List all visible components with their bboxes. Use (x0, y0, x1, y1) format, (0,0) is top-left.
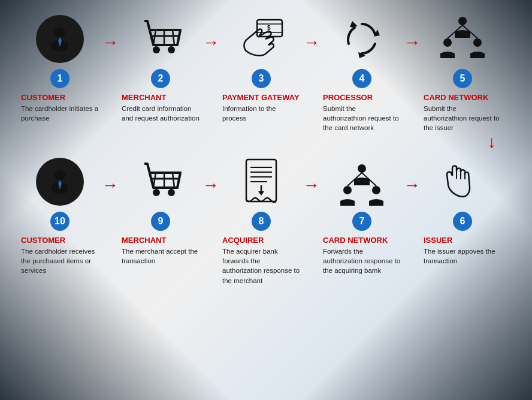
svg-line-39 (173, 173, 174, 188)
step-desc-1: The cardholder initiates a purchase (21, 104, 99, 123)
step-desc-6: The issuer appoves the transaction (424, 246, 501, 266)
icon-container-7 (332, 155, 392, 209)
person-dark-icon (36, 15, 84, 63)
step-2: 2 MERCHANT Credit card information and r… (119, 12, 202, 123)
receipt-icon (237, 157, 285, 207)
step-label-1: CUSTOMER The cardholder initiates a purc… (21, 93, 99, 123)
step-label-8: ACQUIRER The acquirer bank forwards the … (222, 236, 300, 285)
step-label-7: CARD NETWORK Forwards the authorization … (323, 236, 401, 275)
step-label-4: PROCESSOR Submit the authorizathion requ… (323, 93, 401, 133)
step-6: 6 ISSUER The issuer appoves the transact… (421, 155, 504, 266)
main-content: 1 CUSTOMER The cardholder initiates a pu… (0, 0, 532, 303)
step-number-1: 1 (50, 69, 69, 88)
step-desc-3: Information to the process (222, 104, 300, 123)
step-entity-2: MERCHANT (122, 93, 200, 102)
svg-point-41 (168, 189, 175, 196)
svg-point-40 (153, 189, 160, 196)
step-5: 5 CARD NETWORK Submit the authorizathion… (421, 12, 504, 133)
step-number-6: 6 (453, 212, 472, 231)
step-label-2: MERCHANT Credit card information and req… (122, 93, 200, 123)
step-entity-10: CUSTOMER (21, 236, 99, 245)
arrow-9-10: ← (102, 176, 119, 195)
icon-container-4 (332, 12, 392, 66)
arrow-4-5: → (404, 33, 421, 52)
step-9: 9 MERCHANT The merchant accept the trans… (119, 155, 202, 266)
svg-point-7 (153, 46, 160, 53)
step-4: 4 PROCESSOR Submit the authorizathion re… (320, 12, 404, 133)
step-desc-7: Forwards the authorization response to t… (323, 246, 401, 275)
step-7: 7 CARD NETWORK Forwards the authorizatio… (320, 155, 404, 275)
step-entity-6: ISSUER (424, 236, 501, 245)
step-number-8: 8 (252, 212, 271, 231)
step-10: 10 CUSTOMER The cardholder receives the … (18, 155, 102, 275)
svg-point-17 (443, 38, 452, 47)
arrow-down-5-6: ↓ (18, 133, 514, 152)
flow-row-1: 1 CUSTOMER The cardholder initiates a pu… (18, 12, 514, 133)
svg-point-42 (55, 170, 65, 181)
step-3: $ 3 PAYMENT GATEWAY Information to the p… (219, 12, 303, 123)
step-entity-5: CARD NETWORK (424, 93, 501, 102)
arrow-8-9: ← (202, 176, 219, 195)
step-number-4: 4 (352, 69, 371, 88)
step-number-5: 5 (453, 69, 472, 88)
arrow-2-3: → (202, 33, 219, 52)
svg-marker-35 (258, 191, 264, 196)
arrow-3-4: → (303, 33, 320, 52)
icon-container-6 (433, 155, 492, 209)
icon-container-10 (30, 155, 90, 209)
network-icon-1 (434, 15, 491, 63)
icon-container-3: $ (231, 12, 291, 66)
step-desc-10: The cardholder receives the purchased it… (21, 246, 99, 275)
step-label-5: CARD NETWORK Submit the authorizathion r… (424, 93, 501, 133)
person-dark-icon-2 (36, 158, 84, 206)
svg-line-4 (153, 30, 156, 45)
svg-point-26 (372, 186, 380, 194)
icon-container-5 (433, 12, 492, 66)
step-label-10: CUSTOMER The cardholder receives the pur… (21, 236, 99, 275)
step-entity-7: CARD NETWORK (323, 236, 401, 245)
icon-container-1 (30, 12, 90, 66)
step-number-3: 3 (252, 69, 271, 88)
arrow-6-7: ← (404, 176, 421, 195)
network-icon-2 (337, 158, 388, 206)
hand-pointer-icon (437, 158, 488, 206)
svg-line-6 (173, 30, 174, 45)
step-desc-9: The merchant accept the transaction (122, 246, 200, 266)
arrow-1-2: → (102, 33, 119, 52)
step-label-3: PAYMENT GATEWAY Information to the proce… (222, 93, 300, 123)
arrow-7-8: ← (303, 176, 320, 195)
step-number-2: 2 (151, 69, 170, 88)
step-number-10: 10 (50, 212, 69, 231)
step-entity-8: ACQUIRER (222, 236, 300, 245)
icon-container-9 (131, 155, 191, 209)
cart-icon-2 (135, 158, 186, 206)
svg-point-24 (358, 164, 366, 173)
svg-point-8 (168, 46, 175, 53)
svg-line-37 (153, 173, 156, 188)
cart-icon (135, 15, 186, 63)
svg-point-16 (458, 17, 467, 25)
svg-point-18 (473, 38, 482, 47)
step-desc-2: Credit card information and request auth… (122, 104, 200, 123)
step-label-6: ISSUER The issuer appoves the transactio… (424, 236, 501, 266)
svg-text:$: $ (267, 25, 271, 31)
step-label-9: MERCHANT The merchant accept the transac… (122, 236, 200, 266)
step-entity-4: PROCESSOR (323, 93, 401, 102)
payment-icon: $ (234, 15, 288, 63)
svg-point-25 (343, 186, 352, 194)
step-desc-5: Submit the authorizathion request to the… (424, 104, 501, 133)
recycle-icon (337, 15, 388, 63)
step-number-7: 7 (352, 212, 371, 231)
step-entity-1: CUSTOMER (21, 93, 99, 102)
svg-marker-15 (350, 21, 357, 28)
step-8: 8 ACQUIRER The acquirer bank forwards th… (219, 155, 303, 285)
step-1: 1 CUSTOMER The cardholder initiates a pu… (18, 12, 102, 123)
icon-container-2 (131, 12, 191, 66)
icon-container-8 (231, 155, 291, 209)
svg-point-0 (55, 27, 65, 38)
step-desc-4: Submit the authorizathion request to the… (323, 104, 401, 133)
step-number-9: 9 (151, 212, 170, 231)
step-entity-3: PAYMENT GATEWAY (222, 93, 300, 102)
step-entity-9: MERCHANT (122, 236, 200, 245)
flow-row-2: 6 ISSUER The issuer appoves the transact… (18, 155, 514, 285)
